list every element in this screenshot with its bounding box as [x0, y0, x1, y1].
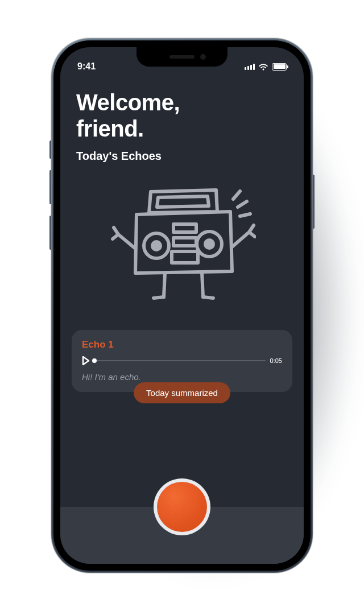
svg-rect-4 — [173, 224, 196, 232]
audio-duration: 0:05 — [270, 357, 282, 364]
battery-icon — [272, 63, 287, 71]
phone-device-frame: 9:41 — [51, 38, 313, 573]
bottom-bar — [60, 507, 304, 564]
audio-progress-slider[interactable] — [94, 360, 266, 362]
svg-line-7 — [233, 191, 240, 199]
phone-screen: 9:41 — [60, 47, 304, 564]
echo-card[interactable]: Echo 1 0:05 Hi! I'm an echo. Today summa… — [72, 330, 292, 392]
svg-point-1 — [152, 242, 160, 250]
echo-title: Echo 1 — [82, 339, 282, 350]
cellular-signal-icon — [245, 63, 255, 70]
device-notch — [136, 47, 228, 67]
record-button[interactable] — [154, 478, 210, 535]
wifi-icon — [258, 63, 268, 71]
page-title: Welcome, friend. — [76, 89, 288, 142]
status-time: 9:41 — [77, 61, 96, 72]
svg-rect-5 — [173, 238, 196, 246]
svg-point-3 — [205, 240, 213, 248]
page-subtitle: Today's Echoes — [76, 150, 288, 163]
svg-line-11 — [202, 273, 203, 297]
svg-line-9 — [240, 214, 250, 216]
svg-rect-6 — [172, 251, 198, 263]
play-button[interactable] — [82, 356, 90, 365]
today-summarized-button[interactable]: Today summarized — [134, 382, 230, 403]
svg-line-8 — [238, 201, 247, 207]
boombox-illustration — [76, 183, 288, 314]
svg-line-10 — [164, 273, 165, 297]
echo-caption: Hi! I'm an echo. — [82, 372, 282, 382]
